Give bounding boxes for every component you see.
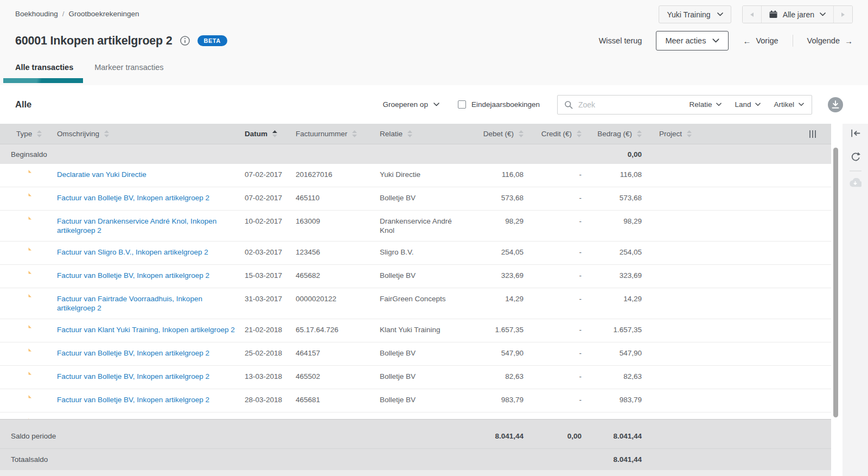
cell-type [0,348,54,359]
breadcrumb-separator: / [58,10,69,18]
invoice-document-icon[interactable] [23,348,31,359]
cell-debet: 573,68 [464,193,529,202]
invoice-document-icon[interactable] [23,325,31,336]
transaction-link[interactable]: Factuur van Bolletje BV, Inkopen artikel… [57,193,209,202]
table-row: Factuur van Bolletje BV, Inkopen artikel… [0,412,831,419]
invoice-document-icon[interactable] [23,217,31,227]
administration-select[interactable]: Yuki Training [659,5,731,23]
vorige-button[interactable]: ←Vorige [743,36,778,46]
transaction-link[interactable]: Factuur van Drankenservice André Knol, I… [57,217,236,235]
transaction-link[interactable]: Factuur van Bolletje BV, Inkopen artikel… [57,348,209,358]
saldo-periode-label: Saldo periode [0,424,464,448]
invoice-document-icon[interactable] [23,247,31,258]
beginsaldo-bedrag: 0,00 [587,144,647,164]
cell-factuurnummer: 465681 [296,395,374,404]
artikel-filter-dropdown[interactable]: Artikel [774,100,804,109]
sort-icon [687,130,692,137]
right-toolbar [843,124,868,476]
column-header-omschrijving[interactable]: Omschrijving [54,124,241,144]
transaction-link[interactable]: Factuur van Bolletje BV, Inkopen artikel… [57,395,209,404]
cell-relatie: Klant Yuki Training [374,325,464,334]
cell-debet: 82,63 [464,372,529,381]
next-year-button[interactable] [834,6,852,23]
relatie-filter-dropdown[interactable]: Relatie [689,100,722,109]
wissel-terug-button[interactable]: Wissel terug [599,36,642,45]
eindejaarsboekingen-checkbox[interactable] [458,100,466,109]
cell-omschrijving: Factuur van Bolletje BV, Inkopen artikel… [54,271,241,280]
cell-datum: 21-02-2018 [241,325,296,334]
breadcrumb-item-boekhouding[interactable]: Boekhouding [15,10,58,18]
cell-type [0,372,54,383]
cell-type [0,395,54,406]
tab-markeer-transacties[interactable]: Markeer transacties [94,63,163,78]
download-button[interactable] [827,97,844,113]
column-header-project[interactable]: Project [647,124,716,144]
transaction-link[interactable]: Factuur van Fairtrade Voorraadhuis, Inko… [57,294,236,313]
table-row: Factuur van Bolletje BV, Inkopen artikel… [0,187,831,211]
vertical-scrollbar[interactable] [833,148,838,417]
column-header-credit[interactable]: Credit (€) [529,124,587,144]
cell-debet: 116,08 [464,170,529,179]
transaction-link[interactable]: Factuur van Sligro B.V., Inkopen artikel… [57,247,208,257]
transaction-link[interactable]: Factuur van Klant Yuki Training, Inkopen… [57,325,235,334]
cell-omschrijving: Factuur van Klant Yuki Training, Inkopen… [54,325,241,334]
collapse-panel-button[interactable] [851,129,860,137]
cell-factuurnummer: 123456 [296,247,374,257]
transaction-link[interactable]: Factuur van Bolletje BV, Inkopen artikel… [57,372,209,381]
cell-credit: - [529,348,587,358]
column-header-type[interactable]: Type [0,124,54,144]
page-title: 60001 Inkopen artikelgroep 2 [15,34,173,48]
cell-debet: 547,90 [464,348,529,358]
column-header-factuurnummer[interactable]: Factuurnummer [296,124,374,144]
saldo-periode-debet: 8.041,44 [464,424,529,448]
info-icon[interactable] [180,36,190,46]
groeperen-op-dropdown[interactable]: Groeperen op [383,100,439,109]
breadcrumb-item-grootboekrekeningen[interactable]: Grootboekrekeningen [69,10,139,18]
tab-alle-transacties[interactable]: Alle transacties [15,63,73,78]
invoice-document-icon[interactable] [23,372,31,383]
year-filter-select[interactable]: Alle jaren [761,6,834,23]
cell-debet: 1.657,35 [464,325,529,334]
cell-relatie: Bolletje BV [374,348,464,358]
invoice-document-icon[interactable] [23,294,31,305]
column-header-relatie[interactable]: Relatie [374,124,464,144]
cell-type [0,247,54,258]
cell-omschrijving: Factuur van Bolletje BV, Inkopen artikel… [54,348,241,358]
cell-datum: 10-02-2017 [241,217,296,226]
volgende-button[interactable]: Volgende→ [807,36,853,46]
table-row: Factuur van Bolletje BV, Inkopen artikel… [0,366,831,389]
previous-year-button[interactable] [743,6,761,23]
arrow-left-icon: ← [743,36,751,46]
column-settings-icon[interactable] [809,130,816,138]
cell-credit: - [529,325,587,334]
meer-acties-button[interactable]: Meer acties [656,31,729,50]
top-bar: Boekhouding / Grootboekrekeningen Yuki T… [0,0,868,26]
column-header-datum[interactable]: Datum [241,124,296,144]
invoice-document-icon[interactable] [23,395,31,406]
transaction-link[interactable]: Factuur van Bolletje BV, Inkopen artikel… [57,271,209,280]
cell-factuurnummer: 465682 [296,271,374,280]
filter-bar: Alle Groeperen op Eindejaarsboekingen Re… [0,85,868,124]
column-header-bedrag[interactable]: Bedrag (€) [587,124,647,144]
transaction-link[interactable]: Declaratie van Yuki Directie [57,170,146,179]
cell-factuurnummer: 0000020122 [296,294,374,303]
table-header-row: TypeOmschrijvingDatumFactuurnummerRelati… [0,124,831,144]
cell-credit: - [529,193,587,202]
cloud-download-button[interactable] [849,178,861,187]
cell-credit: - [529,217,587,226]
cell-datum: 31-03-2017 [241,294,296,303]
search-input[interactable] [578,100,676,109]
invoice-document-icon[interactable] [23,193,31,204]
sort-icon [577,130,582,137]
table-row: Factuur van Klant Yuki Training, Inkopen… [0,319,831,342]
cell-factuurnummer: 465502 [296,372,374,381]
cell-factuurnummer: 464157 [296,348,374,358]
invoice-document-icon[interactable] [23,271,31,282]
cell-omschrijving: Factuur van Fairtrade Voorraadhuis, Inko… [54,294,241,313]
column-header-debet[interactable]: Debet (€) [464,124,529,144]
declaration-document-icon[interactable] [23,170,31,181]
redo-button[interactable] [850,151,861,162]
cell-factuurnummer: 65.17.64.726 [296,325,374,334]
divider [850,170,861,172]
land-filter-dropdown[interactable]: Land [735,100,761,109]
